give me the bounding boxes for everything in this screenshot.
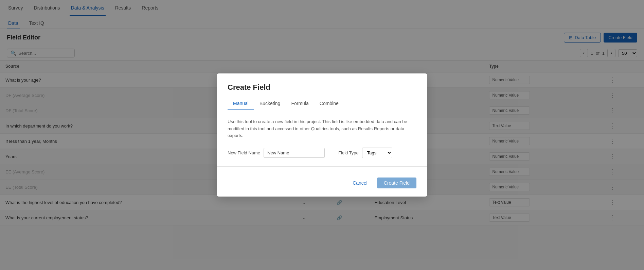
field-row: New Field Name Field Type Tags Text Numb… [228, 148, 416, 158]
modal-body: Use this tool to create a new field in t… [217, 110, 427, 166]
field-type-label: Field Type [338, 150, 359, 155]
field-type-select[interactable]: Tags Text Number Date [362, 148, 392, 158]
modal-tabs: Manual Bucketing Formula Combine [217, 92, 427, 110]
tab-bucketing[interactable]: Bucketing [254, 98, 286, 110]
tab-manual[interactable]: Manual [228, 98, 254, 110]
new-field-name-group: New Field Name [228, 148, 325, 158]
create-field-modal: Create Field Manual Bucketing Formula Co… [217, 73, 427, 197]
modal-overlay: Create Field Manual Bucketing Formula Co… [0, 0, 644, 225]
new-field-name-label: New Field Name [228, 150, 260, 155]
tab-combine[interactable]: Combine [314, 98, 344, 110]
modal-footer: Cancel Create Field [217, 172, 427, 197]
modal-description: Use this tool to create a new field in t… [228, 118, 416, 139]
create-field-submit-button[interactable]: Create Field [377, 178, 416, 188]
modal-divider [217, 166, 427, 167]
modal-title: Create Field [228, 83, 416, 92]
cancel-button[interactable]: Cancel [347, 178, 373, 188]
field-type-group: Field Type Tags Text Number Date [338, 148, 392, 158]
modal-header: Create Field [217, 73, 427, 92]
new-field-name-input[interactable] [264, 148, 325, 158]
tab-formula[interactable]: Formula [286, 98, 314, 110]
